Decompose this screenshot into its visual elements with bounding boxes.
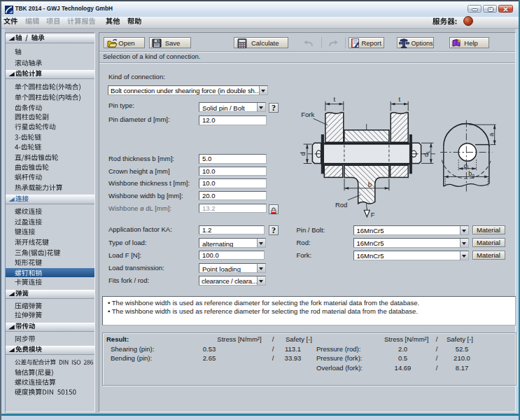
- svg-text:Fork: Fork: [301, 111, 314, 118]
- svg-text:b: b: [368, 181, 372, 188]
- svg-text:t: t: [398, 95, 400, 103]
- svg-text:t: t: [333, 95, 335, 103]
- svg-text:bg: bg: [468, 170, 475, 178]
- svg-text:Rod: Rod: [335, 201, 347, 209]
- svg-text:F: F: [371, 211, 375, 218]
- svg-text:dL: dL: [463, 162, 470, 170]
- svg-text:d: d: [299, 152, 307, 155]
- svg-text:dL: dL: [422, 150, 430, 157]
- svg-text:a: a: [487, 132, 495, 136]
